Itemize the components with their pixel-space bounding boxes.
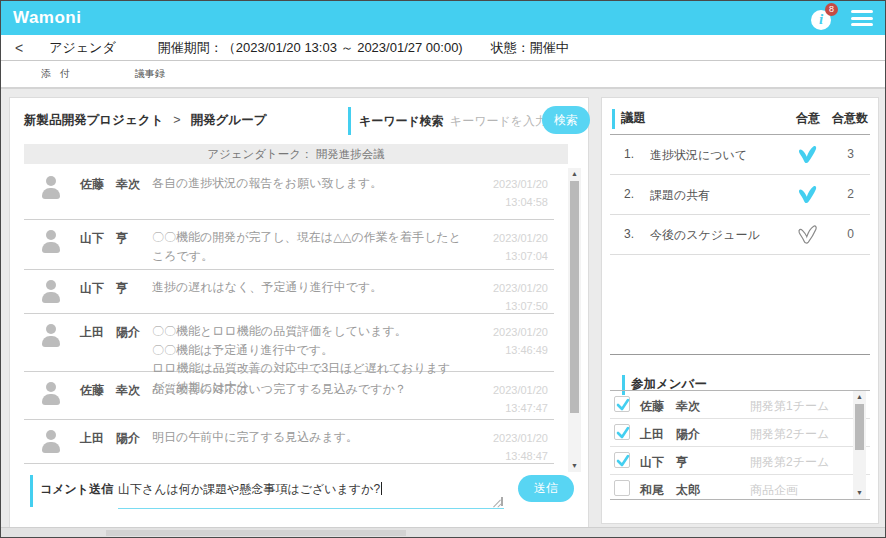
topic-row[interactable]: 1. 進捗状況について 3 bbox=[610, 135, 870, 175]
comment-area: コメント送信 山下さんは何か課題や懸念事項はございますか? 送信 bbox=[30, 473, 574, 513]
user-avatar-icon bbox=[38, 382, 64, 408]
agree-count: 2 bbox=[847, 187, 854, 201]
app-header: Wamoni i 8 bbox=[1, 1, 885, 35]
member-row: 上田 陽介 開発第2チーム bbox=[610, 419, 870, 447]
talk-title-bar: アジェンダトーク： 開発進捗会議 bbox=[24, 144, 568, 164]
agree-check-icon[interactable] bbox=[796, 184, 818, 206]
page-horizontal-scrollbar[interactable] bbox=[1, 527, 885, 537]
breadcrumb-separator: > bbox=[173, 113, 180, 127]
message-row: 上田 陽介 〇〇機能とロロ機能の品質評価をしています。 〇〇機能は予定通り進行中… bbox=[24, 314, 554, 372]
user-avatar-icon bbox=[38, 176, 64, 202]
member-scrollbar-thumb[interactable] bbox=[855, 404, 864, 450]
wamoni-app: { "colors": { "accent": "#44cff0", "butt… bbox=[0, 0, 886, 538]
agree-column-header: 合意 bbox=[796, 110, 820, 127]
hscrollbar-thumb[interactable] bbox=[106, 530, 406, 536]
user-avatar-icon bbox=[38, 280, 64, 306]
member-checkbox[interactable] bbox=[614, 396, 630, 412]
topic-row[interactable]: 3. 今後のスケジュール 0 bbox=[610, 215, 870, 255]
message-list: 佐藤 幸次 各自の進捗状況の報告をお願い致します。 2023/01/2013:0… bbox=[24, 166, 554, 472]
message-row: 山下 亨 〇〇機能の開発が完了し、現在は△△の作業を着手したところです。 202… bbox=[24, 220, 554, 270]
message-author: 山下 亨 bbox=[80, 230, 128, 247]
message-row: 上田 陽介 明日の午前中に完了する見込みます。 2023/01/2013:48:… bbox=[24, 420, 554, 464]
event-status: 状態：開催中 bbox=[491, 39, 569, 57]
message-row: 佐藤 幸次 各自の進捗状況の報告をお願い致します。 2023/01/2013:0… bbox=[24, 166, 554, 220]
text-caret bbox=[381, 482, 382, 495]
topics-title: 議題 bbox=[621, 110, 646, 127]
event-period: 開催期間：（2023/01/20 13:03 ～ 2023/01/27 00:0… bbox=[158, 39, 463, 57]
side-panel: 議題 合意 合意数 1. 進捗状況について 3 2. 課題の共有 2 3. 今後… bbox=[601, 97, 879, 524]
page-title: アジェンダ bbox=[49, 39, 116, 57]
message-text: 進捗の遅れはなく、予定通り進行中です。 bbox=[152, 278, 464, 297]
member-name: 山下 亨 bbox=[640, 454, 688, 471]
scroll-up-icon[interactable]: ▲ bbox=[853, 391, 866, 403]
breadcrumb: 新製品開発プロジェクト>開発グループ bbox=[24, 112, 266, 129]
talk-panel: 新製品開発プロジェクト>開発グループ キーワード検索 検索 アジェンダトーク： … bbox=[9, 97, 589, 528]
message-timestamp: 2023/01/2013:07:04 bbox=[493, 230, 548, 265]
member-checkbox[interactable] bbox=[614, 452, 630, 468]
message-timestamp: 2023/01/2013:07:50 bbox=[493, 280, 548, 315]
comment-input[interactable]: 山下さんは何か課題や懸念事項はございますか? bbox=[118, 475, 504, 509]
panel-divider bbox=[610, 354, 870, 355]
message-text: 〇〇機能の開発が完了し、現在は△△の作業を着手したところです。 bbox=[152, 228, 464, 265]
scroll-up-icon[interactable]: ▲ bbox=[568, 168, 581, 180]
message-row: 佐藤 幸次 品質改善の対応はいつ完了する見込みですか？ 2023/01/2013… bbox=[24, 372, 554, 420]
message-author: 佐藤 幸次 bbox=[80, 382, 140, 399]
message-timestamp: 2023/01/2013:04:58 bbox=[493, 176, 548, 211]
member-checkbox[interactable] bbox=[614, 480, 630, 496]
member-team: 開発第2チーム bbox=[750, 454, 829, 471]
agree-check-icon[interactable] bbox=[796, 144, 818, 166]
search-button[interactable]: 検索 bbox=[542, 106, 590, 134]
comment-accent-bar bbox=[30, 475, 33, 507]
message-author: 山下 亨 bbox=[80, 280, 128, 297]
chat-scrollbar-thumb[interactable] bbox=[570, 181, 579, 413]
agenda-subheader: < アジェンダ 開催期間：（2023/01/20 13:03 ～ 2023/01… bbox=[1, 35, 885, 61]
member-row: 和尾 太郎 商品企画 bbox=[610, 475, 870, 500]
agree-check-icon[interactable] bbox=[796, 224, 818, 246]
send-button[interactable]: 送信 bbox=[518, 475, 574, 502]
tab-attachments[interactable]: 添 付 bbox=[41, 67, 73, 81]
chat-scrollbar[interactable]: ▲ ▼ bbox=[568, 168, 581, 472]
keyword-search-label: キーワード検索 bbox=[359, 113, 444, 130]
user-avatar-icon bbox=[38, 324, 64, 350]
message-timestamp: 2023/01/2013:48:47 bbox=[493, 430, 548, 465]
tab-bar: 添 付 議事録 bbox=[1, 61, 885, 89]
member-checkbox[interactable] bbox=[614, 424, 630, 440]
member-row: 佐藤 幸次 開発第1チーム bbox=[610, 391, 870, 419]
message-timestamp: 2023/01/2013:46:49 bbox=[493, 324, 548, 359]
message-author: 上田 陽介 bbox=[80, 324, 140, 341]
notification-badge: 8 bbox=[825, 3, 838, 16]
agree-count: 0 bbox=[847, 227, 854, 241]
topic-label: 今後のスケジュール bbox=[650, 227, 760, 244]
breadcrumb-group[interactable]: 開発グループ bbox=[191, 113, 267, 127]
back-button[interactable]: < bbox=[15, 40, 23, 56]
member-row: 山下 亨 開発第2チーム bbox=[610, 447, 870, 475]
topic-row[interactable]: 2. 課題の共有 2 bbox=[610, 175, 870, 215]
topic-label: 課題の共有 bbox=[650, 187, 710, 204]
resize-handle-icon[interactable] bbox=[494, 497, 503, 506]
menu-icon[interactable] bbox=[851, 10, 873, 26]
member-name: 佐藤 幸次 bbox=[640, 398, 700, 415]
member-list: 佐藤 幸次 開発第1チーム 上田 陽介 開発第2チーム 山下 亨 開発第2チーム… bbox=[610, 390, 870, 500]
comment-input-value: 山下さんは何か課題や懸念事項はございますか? bbox=[118, 482, 380, 496]
user-avatar-icon bbox=[38, 430, 64, 456]
member-team: 開発第1チーム bbox=[750, 398, 829, 415]
info-button[interactable]: i 8 bbox=[811, 6, 835, 30]
topics-accent-bar bbox=[612, 109, 615, 129]
scroll-down-icon[interactable]: ▼ bbox=[568, 460, 581, 472]
topics-header: 議題 合意 合意数 bbox=[612, 108, 870, 130]
member-name: 和尾 太郎 bbox=[640, 482, 700, 499]
agree-count-column-header: 合意数 bbox=[832, 110, 868, 127]
message-text: 各自の進捗状況の報告をお願い致します。 bbox=[152, 174, 464, 193]
breadcrumb-project[interactable]: 新製品開発プロジェクト bbox=[24, 113, 163, 127]
tab-minutes[interactable]: 議事録 bbox=[135, 67, 165, 81]
user-avatar-icon bbox=[38, 230, 64, 256]
scroll-down-icon[interactable]: ▼ bbox=[853, 487, 866, 499]
agree-count: 3 bbox=[847, 147, 854, 161]
message-timestamp: 2023/01/2013:47:47 bbox=[493, 382, 548, 417]
message-author: 上田 陽介 bbox=[80, 430, 140, 447]
keyword-search-input[interactable] bbox=[450, 114, 554, 128]
comment-label: コメント送信 bbox=[40, 481, 113, 498]
topic-label: 進捗状況について bbox=[650, 147, 747, 164]
member-scrollbar[interactable]: ▲ ▼ bbox=[853, 391, 866, 499]
message-text: 明日の午前中に完了する見込みます。 bbox=[152, 428, 464, 447]
